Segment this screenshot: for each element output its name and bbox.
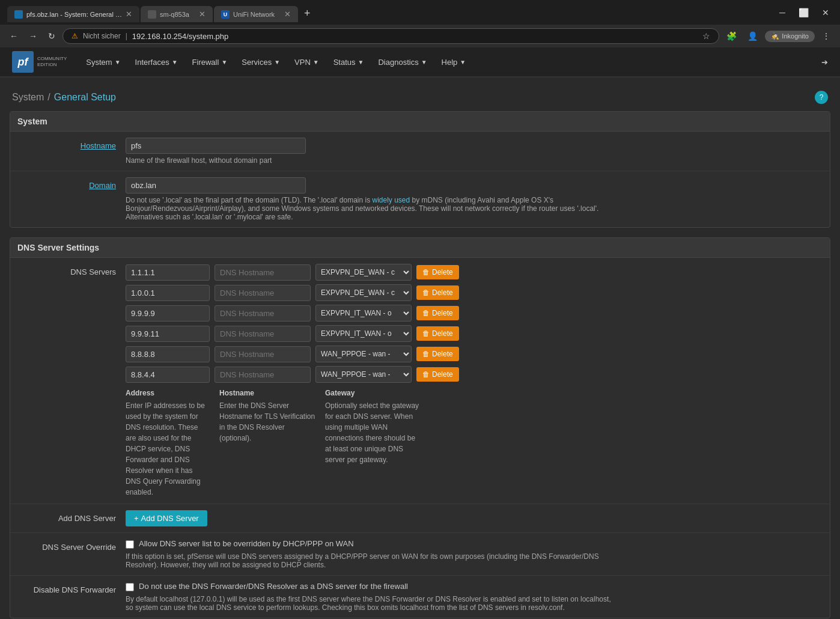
dns-descriptions: Address Enter IP addresses to be used by… (126, 388, 820, 498)
menu-button[interactable]: ⋮ (818, 29, 834, 43)
tab-pfsense[interactable]: pfs.obz.lan - System: General Set... ✕ (7, 6, 139, 22)
dns-override-checkbox[interactable] (126, 540, 134, 549)
main-navbar: pf COMMUNITYEDITION System ▼ Interfaces … (0, 47, 840, 78)
window-close[interactable]: ✕ (816, 5, 835, 20)
dns-hostname-desc-text: Enter the DNS Server Hostname for TLS Ve… (219, 400, 315, 444)
new-tab-button[interactable]: + (299, 5, 315, 22)
extensions-button[interactable]: 🧩 (723, 29, 740, 43)
hostname-link[interactable]: Hostname (81, 141, 116, 150)
nav-services[interactable]: Services ▼ (234, 53, 287, 72)
breadcrumb: System / General Setup ? (0, 84, 840, 111)
profile-button[interactable]: 👤 (744, 29, 761, 43)
dns-ip-3[interactable] (126, 326, 210, 342)
dns-ip-2[interactable] (126, 305, 210, 322)
dns-hostname-5[interactable] (215, 367, 311, 383)
nav-firewall[interactable]: Firewall ▼ (185, 53, 235, 72)
breadcrumb-current: General Setup (54, 92, 116, 103)
tab-title-unifi: UniFi Network (233, 11, 281, 18)
nav-diagnostics-arrow: ▼ (421, 59, 427, 66)
dns-gateway-desc-text: Optionally select the gateway for each D… (325, 400, 421, 465)
disable-forwarder-row: Disable DNS Forwarder Do not use the DNS… (10, 576, 830, 618)
dns-delete-4[interactable]: 🗑 Delete (416, 347, 459, 361)
dns-delete-5[interactable]: 🗑 Delete (416, 367, 459, 382)
tab-title-sm: sm-q853a (160, 11, 195, 18)
bookmark-icon[interactable]: ☆ (702, 31, 710, 41)
dns-servers-label: DNS Servers (20, 264, 116, 276)
dns-ip-4[interactable] (126, 346, 210, 362)
disable-forwarder-label: Disable DNS Forwarder (20, 582, 116, 594)
nav-interfaces-arrow: ▼ (172, 59, 178, 66)
nav-services-arrow: ▼ (274, 59, 280, 66)
dns-gateway-5[interactable]: WAN_PPPOE - wan - (315, 366, 412, 383)
dns-gateway-2[interactable]: EXPVPN_IT_WAN - o (315, 305, 412, 322)
hostname-label: Hostname (20, 138, 116, 150)
dns-hostname-2[interactable] (215, 305, 311, 322)
nav-firewall-arrow: ▼ (221, 59, 227, 66)
dns-override-help: If this option is set, pfSense will use … (126, 552, 618, 569)
tab-close-unifi[interactable]: ✕ (284, 10, 291, 19)
dns-hostname-3[interactable] (215, 326, 311, 342)
window-minimize[interactable]: ─ (773, 5, 791, 20)
domain-link[interactable]: Domain (89, 181, 116, 190)
dns-delete-2[interactable]: 🗑 Delete (416, 306, 459, 320)
tab-close-sm[interactable]: ✕ (199, 10, 205, 19)
trash-icon-5: 🗑 (422, 370, 430, 379)
hostname-input[interactable] (126, 138, 306, 154)
dns-hostname-0[interactable] (215, 264, 311, 281)
nav-interfaces[interactable]: Interfaces ▼ (128, 53, 185, 72)
forward-button[interactable]: → (25, 29, 41, 43)
nav-menu: System ▼ Interfaces ▼ Firewall ▼ Service… (79, 53, 473, 72)
dns-ip-5[interactable] (126, 367, 210, 383)
domain-label: Domain (20, 177, 116, 190)
dns-delete-3[interactable]: 🗑 Delete (416, 326, 459, 341)
dns-override-check-label: Allow DNS server list to be overridden b… (139, 539, 354, 548)
widely-used-link[interactable]: widely used (372, 196, 410, 204)
security-warning-icon: ⚠ (72, 32, 78, 40)
add-dns-button[interactable]: + Add DNS Server (126, 510, 207, 526)
help-icon[interactable]: ? (815, 91, 828, 104)
dns-gateway-3[interactable]: EXPVPN_IT_WAN - o (315, 325, 412, 342)
incognito-badge: 🕵 Inkognito (765, 31, 815, 42)
dns-ip-0[interactable] (126, 264, 210, 281)
nav-diagnostics[interactable]: Diagnostics ▼ (371, 53, 434, 72)
dns-servers-row: DNS Servers EXPVPN_DE_WAN - c 🗑 Delete (10, 258, 830, 504)
system-section: System Hostname Name of the firewall hos… (10, 111, 830, 228)
nav-status[interactable]: Status ▼ (326, 53, 371, 72)
dns-hostname-1[interactable] (215, 285, 311, 301)
dns-gateway-desc-title: Gateway (325, 388, 421, 398)
dns-address-desc-title: Address (126, 388, 210, 398)
window-restore[interactable]: ⬜ (793, 5, 815, 20)
dns-gateway-desc: Gateway Optionally select the gateway fo… (325, 388, 421, 498)
dns-ip-1[interactable] (126, 285, 210, 301)
tab-favicon-pf (14, 10, 23, 19)
nav-help[interactable]: Help ▼ (434, 53, 473, 72)
system-section-title: System (10, 112, 830, 132)
hostname-help: Name of the firewall host, without domai… (126, 156, 820, 165)
nav-external-link[interactable]: ➔ (815, 53, 834, 72)
tab-sm[interactable]: sm-q853a ✕ (141, 6, 213, 22)
tab-favicon-sm (148, 10, 156, 19)
disable-forwarder-checkbox[interactable] (126, 583, 134, 591)
tab-unifi[interactable]: U UniFi Network ✕ (214, 6, 298, 22)
dns-server-row-4: WAN_PPPOE - wan - 🗑 Delete (126, 346, 820, 362)
nav-system[interactable]: System ▼ (79, 53, 127, 72)
dns-gateway-4[interactable]: WAN_PPPOE - wan - (315, 346, 412, 362)
back-button[interactable]: ← (6, 29, 22, 43)
disable-forwarder-check: Do not use the DNS Forwarder/DNS Resolve… (126, 582, 820, 591)
dns-delete-1[interactable]: 🗑 Delete (416, 285, 459, 300)
breadcrumb-parent[interactable]: System (12, 92, 44, 103)
dns-gateway-0[interactable]: EXPVPN_DE_WAN - c (315, 264, 412, 281)
trash-icon-4: 🗑 (422, 350, 430, 358)
dns-hostname-4[interactable] (215, 346, 311, 362)
nav-system-arrow: ▼ (115, 59, 121, 66)
nav-vpn[interactable]: VPN ▼ (287, 53, 326, 72)
domain-input[interactable] (126, 177, 306, 194)
dns-delete-0[interactable]: 🗑 Delete (416, 265, 459, 279)
tab-close-pf[interactable]: ✕ (126, 10, 132, 19)
dns-gateway-1[interactable]: EXPVPN_DE_WAN - c (315, 284, 412, 301)
address-bar-url[interactable]: 192.168.10.254/system.php (132, 32, 698, 41)
reload-button[interactable]: ↻ (44, 29, 59, 43)
trash-icon-1: 🗑 (422, 288, 430, 297)
trash-icon-0: 🗑 (422, 268, 430, 276)
dns-hostname-desc-title: Hostname (219, 388, 315, 398)
